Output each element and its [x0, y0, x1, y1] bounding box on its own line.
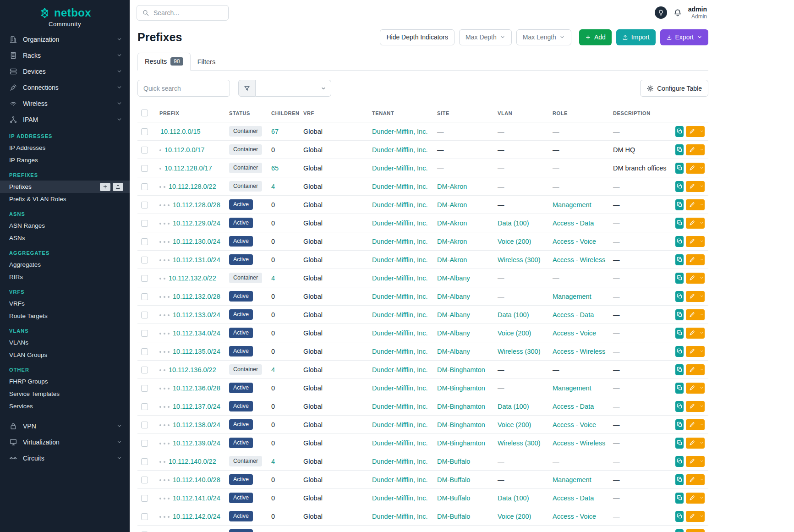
tab-results[interactable]: Results 90 [137, 53, 191, 71]
children-count-link[interactable]: 4 [271, 458, 275, 465]
column-header-vrf[interactable]: VRF [300, 105, 368, 122]
sidebar-item-circuits[interactable]: Circuits [0, 450, 130, 466]
sidebar-item-ip-ranges[interactable]: IP Ranges [0, 154, 130, 166]
row-checkbox[interactable] [141, 495, 148, 502]
prefix-link[interactable]: 10.112.136.0/22 [169, 366, 216, 373]
edit-button[interactable] [686, 273, 698, 284]
sidebar-item-aggregates[interactable]: Aggregates [0, 258, 130, 271]
edit-button[interactable] [686, 474, 698, 485]
copy-button[interactable] [675, 383, 684, 394]
prefix-link[interactable]: 10.112.142.0/24 [173, 513, 220, 520]
sidebar-item-service-templates[interactable]: Service Templates [0, 388, 130, 400]
prefix-link[interactable]: 10.112.128.0/22 [169, 183, 216, 190]
edit-button[interactable] [686, 493, 698, 504]
sidebar-item-virtualization[interactable]: Virtualization [0, 434, 130, 450]
tenant-link[interactable]: Dunder-Mifflin, Inc. [372, 384, 427, 392]
vlan-link[interactable]: Data (100) [498, 311, 529, 318]
row-checkbox[interactable] [141, 202, 148, 208]
site-link[interactable]: DM-Albany [437, 311, 470, 318]
edit-button[interactable] [686, 181, 698, 192]
prefix-link[interactable]: 10.112.137.0/24 [173, 403, 220, 410]
vlan-link[interactable]: Voice (200) [498, 329, 531, 337]
row-checkbox[interactable] [141, 275, 148, 282]
tenant-link[interactable]: Dunder-Mifflin, Inc. [372, 329, 427, 337]
max-depth-dropdown[interactable]: Max Depth [459, 29, 512, 45]
edit-dropdown-button[interactable] [698, 456, 705, 467]
row-checkbox[interactable] [141, 458, 148, 465]
edit-button[interactable] [686, 419, 698, 430]
site-link[interactable]: DM-Binghamton [437, 403, 485, 410]
edit-dropdown-button[interactable] [698, 218, 705, 229]
prefix-link[interactable]: 10.112.140.0/28 [173, 476, 220, 483]
edit-button[interactable] [686, 383, 698, 394]
row-checkbox[interactable] [141, 367, 148, 373]
row-checkbox[interactable] [141, 257, 148, 263]
site-link[interactable]: DM-Buffalo [437, 476, 470, 483]
sidebar-item-fhrp-groups[interactable]: FHRP Groups [0, 375, 130, 388]
children-count-link[interactable]: 4 [271, 183, 275, 190]
row-checkbox[interactable] [141, 422, 148, 428]
prefix-link[interactable]: 10.112.0.0/15 [160, 128, 201, 135]
netbox-logo[interactable]: netbox Community [0, 0, 130, 31]
sidebar-item-ipam[interactable]: IPAM [0, 111, 130, 127]
user-menu[interactable]: admin Admin [688, 5, 707, 20]
column-header-role[interactable]: ROLE [549, 105, 609, 122]
sidebar-item-asn-ranges[interactable]: ASN Ranges [0, 219, 130, 232]
prefix-link[interactable]: 10.112.141.0/24 [173, 494, 220, 502]
role-link[interactable]: Access - Wireless [553, 256, 605, 263]
copy-button[interactable] [675, 309, 684, 320]
role-link[interactable]: Access - Voice [553, 421, 596, 428]
sidebar-add-button[interactable] [100, 183, 110, 191]
filter-button[interactable] [238, 80, 256, 97]
column-header-prefix[interactable]: PREFIX [156, 105, 225, 122]
edit-dropdown-button[interactable] [698, 144, 705, 155]
edit-dropdown-button[interactable] [698, 419, 705, 430]
tenant-link[interactable]: Dunder-Mifflin, Inc. [372, 513, 427, 520]
edit-button[interactable] [686, 126, 698, 137]
copy-button[interactable] [675, 126, 684, 137]
edit-dropdown-button[interactable] [698, 199, 705, 210]
children-count-link[interactable]: 65 [271, 165, 279, 172]
edit-button[interactable] [686, 364, 698, 375]
column-header-description[interactable]: DESCRIPTION [609, 105, 672, 122]
children-count-link[interactable]: 4 [271, 274, 275, 282]
tenant-link[interactable]: Dunder-Mifflin, Inc. [372, 293, 427, 300]
global-search[interactable] [137, 5, 229, 21]
row-checkbox[interactable] [141, 513, 148, 520]
sidebar-item-vrfs[interactable]: VRFs [0, 297, 130, 310]
site-link[interactable]: DM-Akron [437, 219, 467, 227]
site-link[interactable]: DM-Akron [437, 183, 467, 190]
sidebar-item-devices[interactable]: Devices [0, 63, 130, 79]
edit-button[interactable] [686, 401, 698, 412]
copy-button[interactable] [675, 438, 684, 449]
copy-button[interactable] [675, 181, 684, 192]
edit-button[interactable] [686, 438, 698, 449]
site-link[interactable]: DM-Buffalo [437, 494, 470, 502]
role-link[interactable]: Management [553, 476, 591, 483]
copy-button[interactable] [675, 218, 684, 229]
sidebar-item-rirs[interactable]: RIRs [0, 271, 130, 283]
row-checkbox[interactable] [141, 147, 148, 154]
sidebar-item-vlan-groups[interactable]: VLAN Groups [0, 349, 130, 361]
edit-dropdown-button[interactable] [698, 291, 705, 302]
role-link[interactable]: Management [553, 201, 591, 208]
prefix-link[interactable]: 10.112.128.0/17 [164, 165, 212, 172]
role-link[interactable]: Management [553, 293, 591, 300]
prefix-link[interactable]: 10.112.0.0/17 [164, 146, 205, 154]
site-link[interactable]: DM-Buffalo [437, 458, 470, 465]
prefix-link[interactable]: 10.112.135.0/24 [173, 348, 220, 355]
site-link[interactable]: DM-Binghamton [437, 439, 485, 447]
role-link[interactable]: Access - Voice [553, 238, 596, 245]
tenant-link[interactable]: Dunder-Mifflin, Inc. [372, 146, 427, 154]
edit-dropdown-button[interactable] [698, 328, 705, 339]
edit-dropdown-button[interactable] [698, 493, 705, 504]
tenant-link[interactable]: Dunder-Mifflin, Inc. [372, 403, 427, 410]
edit-dropdown-button[interactable] [698, 236, 705, 247]
sidebar-item-vpn[interactable]: VPN [0, 418, 130, 434]
copy-button[interactable] [675, 474, 684, 485]
site-link[interactable]: DM-Akron [437, 256, 467, 263]
tenant-link[interactable]: Dunder-Mifflin, Inc. [372, 274, 427, 282]
prefix-link[interactable]: 10.112.132.0/22 [169, 274, 216, 282]
row-checkbox[interactable] [141, 165, 148, 172]
role-link[interactable]: Access - Data [553, 311, 594, 318]
